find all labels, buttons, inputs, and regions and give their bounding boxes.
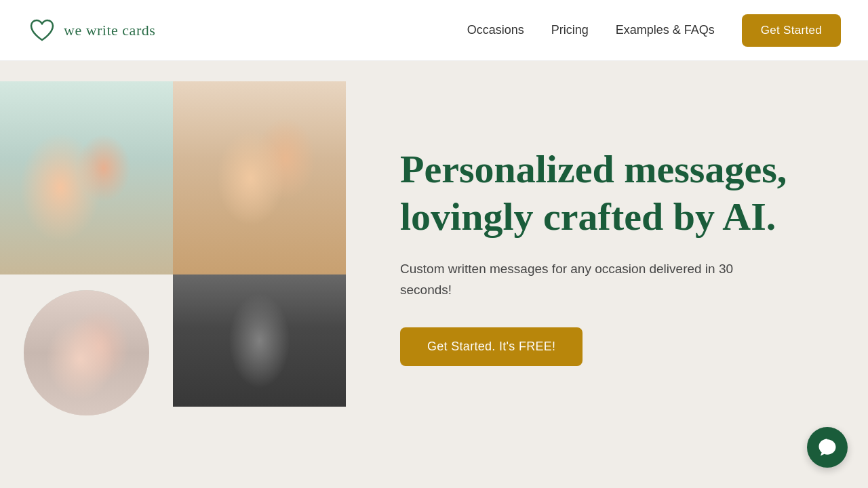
svg-point-15 <box>265 128 295 163</box>
svg-rect-7 <box>73 161 117 216</box>
svg-rect-12 <box>195 81 324 274</box>
hero-image-grid <box>0 81 346 430</box>
hero-subtext: Custom written messages for any occasion… <box>400 259 766 300</box>
occasions-section: Occasions <box>0 451 868 488</box>
chat-bubble-button[interactable] <box>807 427 848 468</box>
chat-icon <box>817 437 837 458</box>
main-nav: Occasions Pricing Examples & FAQs Get St… <box>467 14 841 47</box>
site-header: we write cards Occasions Pricing Example… <box>0 0 868 61</box>
svg-rect-2 <box>0 81 173 176</box>
svg-point-8 <box>47 143 68 169</box>
svg-rect-1 <box>0 176 173 274</box>
svg-rect-26 <box>236 346 283 407</box>
svg-rect-29 <box>216 356 233 393</box>
hero-heading: Personalized messages, lovingly crafted … <box>400 146 827 240</box>
svg-rect-30 <box>287 356 304 393</box>
hero-image-couple <box>173 81 346 274</box>
hero-image-mother-child <box>0 81 173 274</box>
svg-rect-19 <box>24 344 149 415</box>
svg-rect-17 <box>255 161 289 212</box>
hero-image-person-gift <box>173 274 346 407</box>
svg-point-31 <box>216 388 232 402</box>
svg-point-14 <box>241 114 279 157</box>
svg-point-25 <box>239 302 280 349</box>
svg-rect-9 <box>44 167 71 207</box>
svg-rect-22 <box>56 367 93 396</box>
svg-point-32 <box>288 388 304 402</box>
svg-rect-21 <box>67 361 106 405</box>
svg-point-20 <box>68 323 104 363</box>
hero-section: Personalized messages, lovingly crafted … <box>0 61 868 451</box>
header-get-started-button[interactable]: Get Started <box>742 14 841 47</box>
hero-image-bottom-left-wrapper <box>0 274 173 430</box>
svg-rect-3 <box>115 95 156 149</box>
hero-image-woman-reading <box>24 290 149 415</box>
hero-content: Personalized messages, lovingly crafted … <box>346 119 868 393</box>
svg-point-6 <box>80 128 110 163</box>
svg-point-18 <box>24 290 149 415</box>
svg-rect-10 <box>37 180 70 205</box>
svg-rect-16 <box>239 155 280 209</box>
logo-text: we write cards <box>64 22 155 39</box>
occasions-heading: Occasions <box>0 478 868 488</box>
nav-occasions[interactable]: Occasions <box>467 23 524 37</box>
svg-point-28 <box>246 308 273 338</box>
nav-pricing[interactable]: Pricing <box>551 23 589 37</box>
logo-heart-icon <box>27 16 57 45</box>
svg-point-27 <box>238 302 281 340</box>
svg-rect-13 <box>195 190 324 274</box>
logo[interactable]: we write cards <box>27 16 155 45</box>
nav-examples-faqs[interactable]: Examples & FAQs <box>616 23 715 37</box>
svg-rect-11 <box>195 81 324 274</box>
hero-cta-button[interactable]: Get Started. It's FREE! <box>400 327 583 366</box>
svg-rect-0 <box>0 81 173 274</box>
svg-rect-24 <box>195 274 324 407</box>
svg-rect-23 <box>195 274 324 407</box>
